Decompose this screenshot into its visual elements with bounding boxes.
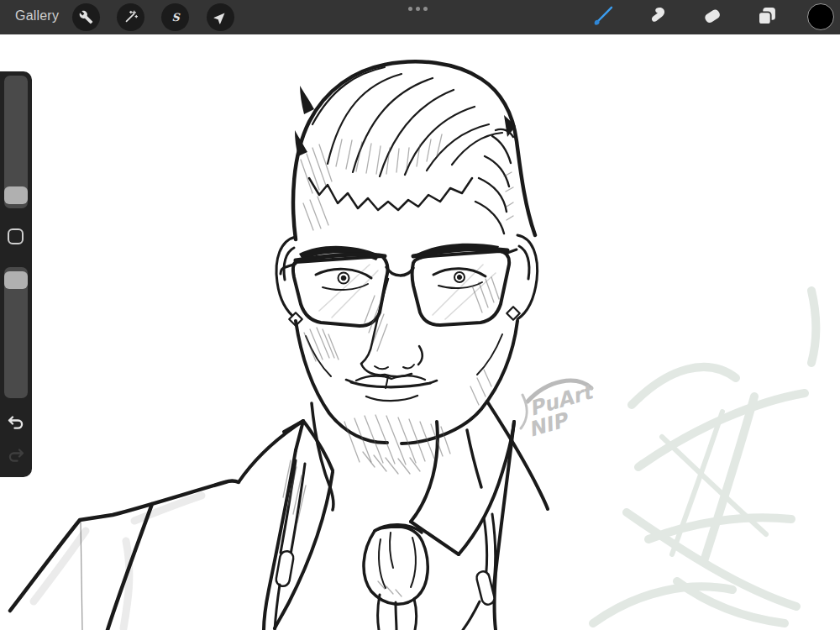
side-pattern bbox=[475, 129, 513, 234]
arrow-icon bbox=[213, 10, 228, 24]
eraser-icon bbox=[701, 4, 724, 31]
tie bbox=[364, 525, 428, 630]
procreate-window: Gallery S bbox=[0, 0, 840, 630]
modify-button[interactable] bbox=[8, 228, 24, 244]
redo-button[interactable] bbox=[6, 446, 26, 466]
hairline bbox=[309, 178, 472, 210]
ellipsis-icon bbox=[416, 7, 420, 11]
drawing-canvas[interactable]: PuArt NIP bbox=[0, 34, 840, 630]
ellipsis-icon bbox=[423, 7, 428, 11]
brush-icon bbox=[591, 3, 616, 32]
selection-button[interactable]: S bbox=[161, 3, 189, 31]
transform-button[interactable] bbox=[207, 3, 234, 31]
wrench-icon bbox=[79, 10, 93, 24]
signature: PuArt NIP bbox=[521, 380, 598, 442]
adjustments-button[interactable] bbox=[117, 3, 144, 31]
smudge-tool-button[interactable] bbox=[642, 2, 674, 34]
window-drag-handle[interactable] bbox=[408, 7, 428, 11]
gallery-button[interactable]: Gallery bbox=[15, 8, 59, 24]
opacity-handle[interactable] bbox=[4, 271, 28, 289]
actions-button[interactable] bbox=[72, 3, 100, 31]
magic-wand-icon bbox=[123, 10, 138, 24]
layers-button[interactable] bbox=[751, 2, 783, 34]
lips bbox=[346, 375, 437, 401]
cords bbox=[275, 460, 496, 630]
paint-tool-button[interactable] bbox=[587, 2, 619, 34]
erase-tool-button[interactable] bbox=[696, 2, 728, 34]
s-ribbon-icon: S bbox=[168, 10, 183, 25]
top-toolbar: Gallery S bbox=[0, 0, 840, 34]
portrait-drawing: PuArt NIP bbox=[10, 61, 598, 630]
color-button[interactable] bbox=[807, 3, 834, 30]
layers-icon bbox=[755, 4, 779, 31]
brush-size-handle[interactable] bbox=[4, 186, 28, 204]
redo-icon bbox=[6, 454, 26, 469]
canvas-artwork: PuArt NIP bbox=[0, 34, 840, 630]
undo-icon bbox=[6, 422, 26, 436]
undo-button[interactable] bbox=[6, 413, 26, 433]
svg-text:S: S bbox=[171, 11, 181, 24]
faint-sketch bbox=[593, 291, 816, 623]
ellipsis-icon bbox=[408, 7, 412, 11]
brush-sidebar bbox=[0, 71, 32, 477]
smudge-icon bbox=[646, 4, 669, 31]
